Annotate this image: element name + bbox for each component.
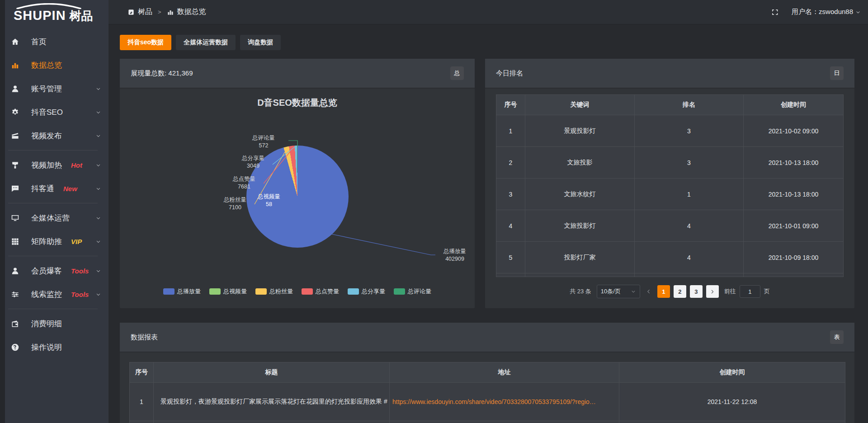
pie-label: 总播放量402909	[435, 248, 474, 263]
chevron-down-icon	[95, 215, 101, 221]
report-table-button[interactable]: 表	[830, 330, 844, 344]
pie-label: 总视频量58	[250, 193, 288, 208]
page-size-value: 10条/页	[601, 287, 621, 296]
chevron-down-icon	[95, 86, 101, 92]
ranking-row: 2文旅投影32021-10-13 18:00	[496, 147, 844, 179]
topbar-right: 用户名：zswodun88	[771, 8, 861, 16]
legend-item[interactable]: 总评论量	[394, 287, 431, 296]
legend-item[interactable]: 总播放量	[163, 287, 201, 296]
home-icon	[11, 38, 19, 46]
page-button-1[interactable]: 1	[657, 285, 670, 298]
sidebar-item-data-overview[interactable]: 数据总览	[0, 53, 108, 77]
bar-chart-icon	[167, 9, 174, 16]
legend-item[interactable]: 总粉丝量	[255, 287, 293, 296]
goto-label: 前往	[724, 287, 736, 296]
sidebar-item-label: 视频发布	[31, 131, 62, 141]
wallet-icon	[11, 320, 19, 328]
sidebar-item-matrix-boost[interactable]: 矩阵助推VIP	[0, 230, 108, 253]
logo-text-en: SHUPIN	[14, 8, 66, 23]
overview-total-button[interactable]: 总	[450, 66, 464, 80]
breadcrumb-root[interactable]: 树品	[138, 7, 152, 17]
chevron-down-icon	[95, 268, 101, 274]
goto-page-input[interactable]	[740, 285, 760, 298]
column-header: 标题	[154, 362, 390, 383]
top-bar: 树品 > 数据总览 用户名：zswodun88	[108, 0, 868, 24]
sidebar: SHUPIN 树品 首页数据总览账号管理抖音SEO视频发布视频加热Hot抖客通N…	[0, 0, 108, 423]
ranking-row: 1景观投影灯32021-10-02 09:00	[496, 115, 844, 147]
sidebar-item-label: 会员爆客	[31, 266, 62, 276]
legend-swatch	[255, 288, 267, 295]
ranking-body: 序号关键词排名创建时间1景观投影灯32021-10-02 09:002文旅投影3…	[485, 89, 854, 298]
tab-2[interactable]: 询盘数据	[240, 35, 281, 50]
ranking-row: 3文旅水纹灯12021-10-13 18:00	[496, 179, 844, 210]
pie-label: 总分享量3049	[234, 155, 272, 170]
sidebar-item-video-heat[interactable]: 视频加热Hot	[0, 153, 108, 177]
page-square-icon	[127, 9, 135, 16]
sidebar-item-operation-guide[interactable]: 操作说明	[0, 335, 108, 359]
ranking-day-button[interactable]: 日	[830, 66, 844, 80]
main-content: 抖音seo数据全媒体运营数据询盘数据 展现量总数: 421,369 总 D音SE…	[108, 24, 868, 423]
sidebar-item-member-baoke[interactable]: 会员爆客Tools	[0, 259, 108, 282]
data-tabs: 抖音seo数据全媒体运营数据询盘数据	[120, 35, 854, 50]
overview-panel: 展现量总数: 421,369 总 D音SEO数据量总览 总播放量402909总视…	[120, 59, 475, 308]
tab-0[interactable]: 抖音seo数据	[120, 35, 171, 50]
chevron-down-icon	[631, 289, 636, 294]
legend-item[interactable]: 总分享量	[348, 287, 385, 296]
column-header: 序号	[496, 95, 525, 115]
sidebar-item-badge: VIP	[71, 238, 82, 245]
gear-icon	[11, 108, 19, 117]
column-header: 地址	[390, 362, 619, 383]
chart-title: D音SEO数据量总览	[120, 97, 475, 109]
pagination-total: 共 23 条	[570, 287, 591, 296]
goto-page: 前往 页	[724, 285, 770, 298]
legend-item[interactable]: 总视频量	[209, 287, 247, 296]
chevron-down-icon	[95, 186, 101, 192]
legend-label: 总视频量	[223, 287, 247, 296]
sidebar-item-consume-detail[interactable]: 消费明细	[0, 312, 108, 335]
legend-label: 总点赞量	[316, 287, 339, 296]
legend-swatch	[163, 288, 175, 295]
sidebar-divider	[8, 150, 98, 150]
pagination: 共 23 条 10条/页 123 前往 页	[496, 285, 844, 298]
ranking-row-partial	[496, 273, 844, 277]
sidebar-item-label: 矩阵助推	[31, 236, 62, 247]
next-page-button[interactable]	[706, 285, 719, 298]
sidebar-item-douketong[interactable]: 抖客通New	[0, 177, 108, 200]
video-title: 景观投影灯，夜游景观投影灯厂家展示展示落花灯在花园里的灯光投影应用效果 #	[154, 383, 390, 421]
fullscreen-icon[interactable]	[771, 8, 779, 16]
app-window: SHUPIN 树品 首页数据总览账号管理抖音SEO视频发布视频加热Hot抖客通N…	[0, 0, 868, 423]
sidebar-item-label: 抖音SEO	[31, 107, 63, 118]
sidebar-item-douyin-seo[interactable]: 抖音SEO	[0, 100, 108, 124]
sidebar-item-media-operation[interactable]: 全媒体运营	[0, 206, 108, 230]
page-buttons: 123	[657, 285, 719, 298]
legend-swatch	[209, 288, 221, 295]
sidebar-item-home[interactable]: 首页	[0, 30, 108, 53]
sidebar-item-account-manage[interactable]: 账号管理	[0, 77, 108, 100]
chevron-down-icon	[95, 239, 101, 244]
legend-label: 总评论量	[408, 287, 431, 296]
sliders-icon	[11, 290, 19, 299]
user-menu[interactable]: 用户名：zswodun88	[792, 8, 861, 16]
tab-1[interactable]: 全媒体运营数据	[176, 35, 236, 50]
sidebar-item-label: 操作说明	[31, 342, 62, 352]
video-link[interactable]: https://www.iesdouyin.com/share/video/70…	[392, 398, 596, 405]
sidebar-item-label: 线索监控	[31, 289, 62, 300]
chat-icon	[11, 184, 19, 193]
page-size-select[interactable]: 10条/页	[597, 285, 640, 298]
report-panel-title: 数据报表	[131, 333, 158, 342]
column-header: 创建时间	[619, 362, 845, 383]
pie-chart-area: D音SEO数据量总览 总播放量402909总视频量58总粉丝量7100总点赞量7…	[120, 89, 475, 307]
sidebar-item-video-publish[interactable]: 视频发布	[0, 124, 108, 147]
sidebar-item-label: 抖客通	[31, 183, 54, 194]
prev-page-button[interactable]	[646, 288, 652, 295]
page-button-3[interactable]: 3	[690, 285, 703, 298]
page-button-2[interactable]: 2	[674, 285, 686, 298]
legend-item[interactable]: 总点赞量	[302, 287, 339, 296]
chevron-down-icon	[95, 133, 101, 139]
sidebar-item-clue-monitor[interactable]: 线索监控Tools	[0, 282, 108, 306]
report-table: 序号标题地址创建时间1景观投影灯，夜游景观投影灯厂家展示展示落花灯在花园里的灯光…	[129, 362, 845, 423]
ranking-row: 4文旅投影灯42021-10-01 09:00	[496, 210, 844, 242]
breadcrumb-current[interactable]: 数据总览	[177, 7, 206, 17]
app-logo: SHUPIN 树品	[0, 0, 108, 28]
report-row-partial	[130, 421, 845, 423]
